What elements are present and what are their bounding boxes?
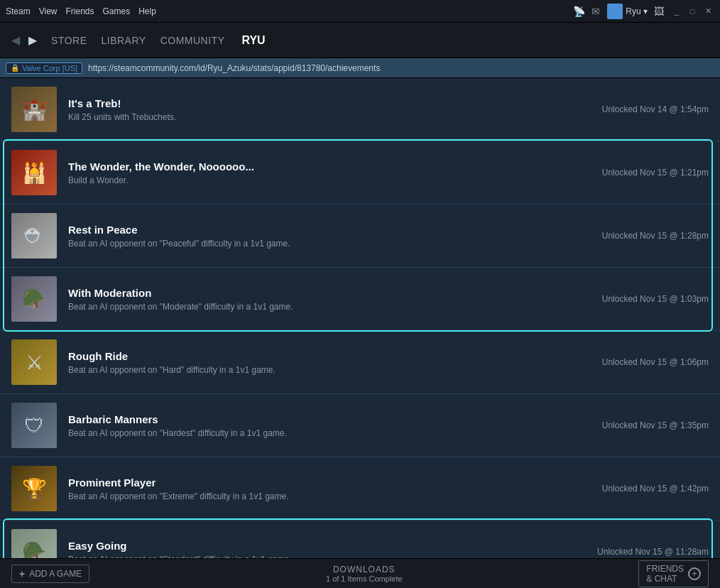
app-window: Steam View Friends Games Help 📡 ✉ Ryu ▾ …: [0, 0, 720, 588]
achievement-icon: 🪖: [11, 276, 57, 322]
add-game-button[interactable]: + ADD A GAME: [11, 565, 89, 583]
forward-arrow[interactable]: ▶: [26, 32, 40, 48]
achievement-unlock: Unlocked Nov 15 @ 1:06pm: [602, 357, 709, 367]
nav-community[interactable]: COMMUNITY: [160, 35, 225, 46]
achievement-info: Rest in Peace Beat an AI opponent on "Pe…: [68, 224, 591, 249]
achievement-desc: Build a Wonder.: [68, 175, 591, 185]
achievement-icon-symbol: 🪖: [11, 529, 57, 558]
achievement-row[interactable]: 🪖 With Moderation Beat an AI opponent on…: [0, 268, 720, 331]
achievement-title: Rest in Peace: [68, 224, 591, 236]
notification-icon[interactable]: ✉: [590, 6, 601, 17]
achievement-info: Rough Ride Beat an AI opponent on "Hard"…: [68, 350, 591, 375]
achievement-unlock: Unlocked Nov 15 @ 1:03pm: [602, 294, 709, 304]
nav-library[interactable]: LIBRARY: [101, 35, 146, 46]
achievement-desc: Beat an AI opponent on "Extreme" difficu…: [68, 491, 591, 501]
achievement-icon: 🏰: [11, 87, 57, 132]
achievement-icon: 🛡: [11, 403, 57, 448]
close-button[interactable]: ✕: [702, 5, 714, 18]
achievement-row[interactable]: 🕌 The Wonder, the Wonder, Noooooo... Bui…: [0, 141, 720, 205]
achievement-info: Prominent Player Beat an AI opponent on …: [68, 477, 591, 501]
achievement-info: With Moderation Beat an AI opponent on "…: [68, 287, 591, 312]
achievement-desc: Beat an AI opponent on "Peaceful" diffic…: [68, 239, 591, 249]
achievement-title: Easy Going: [68, 540, 586, 552]
bottom-bar: + ADD A GAME DOWNLOADS 1 of 1 Items Comp…: [0, 558, 720, 588]
achievement-unlock: Unlocked Nov 15 @ 1:42pm: [602, 484, 709, 494]
achievement-icon-symbol: 🪖: [11, 276, 57, 322]
downloads-status: 1 of 1 Items Complete: [326, 575, 403, 583]
achievement-unlock: Unlocked Nov 15 @ 11:28am: [597, 547, 709, 557]
achievement-icon: ⚔: [11, 339, 57, 385]
achievement-icon-symbol: ⛑: [11, 213, 57, 258]
achievement-icon: ⛑: [11, 213, 57, 258]
menu-view[interactable]: View: [39, 6, 58, 16]
achievement-desc: Beat an AI opponent on "Hard" difficulty…: [68, 365, 591, 375]
username-label: Ryu ▾: [626, 6, 648, 16]
achievement-row[interactable]: ⚔ Rough Ride Beat an AI opponent on "Har…: [0, 331, 720, 394]
nav-links: STORE LIBRARY COMMUNITY RYU: [51, 34, 266, 47]
achievement-row[interactable]: ⛑ Rest in Peace Beat an AI opponent on "…: [0, 205, 720, 268]
achievement-icon-symbol: 🏰: [11, 87, 57, 132]
broadcast-icon[interactable]: 📡: [573, 6, 584, 17]
achievement-info: Easy Going Beat an AI opponent on "Stand…: [68, 540, 586, 559]
achievement-icon: 🪖: [11, 529, 57, 558]
title-bar-menu: Steam View Friends Games Help: [6, 6, 156, 16]
achievement-desc: Kill 25 units with Trebuchets.: [68, 112, 591, 122]
chat-icon: +: [688, 567, 701, 580]
achievement-row[interactable]: 🏰 It's a Treb! Kill 25 units with Trebuc…: [0, 78, 720, 141]
achievement-title: Rough Ride: [68, 350, 591, 362]
achievement-row[interactable]: 🪖 Easy Going Beat an AI opponent on "Sta…: [0, 521, 720, 558]
achievement-icon-symbol: ⚔: [11, 339, 57, 385]
menu-help[interactable]: Help: [138, 6, 156, 16]
back-arrow[interactable]: ◀: [9, 32, 23, 48]
title-bar-left: Steam View Friends Games Help: [6, 6, 156, 16]
window-controls: _ □ ✕: [670, 5, 714, 18]
achievement-desc: Beat an AI opponent on "Hardest" difficu…: [68, 428, 591, 438]
achievement-title: The Wonder, the Wonder, Noooooo...: [68, 160, 591, 173]
nav-store[interactable]: STORE: [51, 35, 87, 46]
add-game-label: ADD A GAME: [29, 569, 82, 579]
main-content[interactable]: 🏰 It's a Treb! Kill 25 units with Trebuc…: [0, 78, 720, 558]
friends-chat-button[interactable]: FRIENDS& CHAT +: [638, 560, 709, 587]
minimize-button[interactable]: _: [670, 5, 683, 18]
nav-username[interactable]: RYU: [241, 34, 265, 47]
maximize-button[interactable]: □: [686, 5, 699, 18]
achievement-info: Barbaric Manners Beat an AI opponent on …: [68, 413, 591, 438]
achievement-icon: 🕌: [11, 150, 57, 195]
user-area[interactable]: Ryu ▾: [607, 4, 648, 19]
friends-chat-label: FRIENDS& CHAT: [646, 564, 684, 584]
achievement-info: The Wonder, the Wonder, Noooooo... Build…: [68, 160, 591, 185]
title-bar: Steam View Friends Games Help 📡 ✉ Ryu ▾ …: [0, 0, 720, 23]
achievement-title: Prominent Player: [68, 477, 591, 489]
achievement-title: With Moderation: [68, 287, 591, 299]
downloads-section: DOWNLOADS 1 of 1 Items Complete: [326, 565, 403, 583]
achievement-row[interactable]: 🛡 Barbaric Manners Beat an AI opponent o…: [0, 394, 720, 457]
achievement-title: Barbaric Manners: [68, 413, 591, 425]
achievement-unlock: Unlocked Nov 15 @ 1:21pm: [602, 168, 709, 178]
achievement-title: It's a Treb!: [68, 97, 591, 109]
nav-arrows: ◀ ▶: [9, 32, 40, 48]
achievement-unlock: Unlocked Nov 15 @ 1:35pm: [602, 420, 709, 430]
menu-friends[interactable]: Friends: [65, 6, 94, 16]
menu-steam[interactable]: Steam: [6, 6, 31, 16]
address-url[interactable]: https://steamcommunity.com/id/Ryu_Azuku/…: [88, 63, 714, 73]
achievement-icon: 🏆: [11, 466, 57, 511]
avatar: [607, 4, 623, 19]
address-bar: 🔒 Valve Corp [US] https://steamcommunity…: [0, 58, 720, 78]
downloads-title[interactable]: DOWNLOADS: [326, 565, 403, 575]
achievement-desc: Beat an AI opponent on "Moderate" diffic…: [68, 302, 591, 312]
lock-icon: 🔒: [11, 64, 19, 72]
achievement-icon-symbol: 🏆: [11, 466, 57, 511]
achievement-icon-symbol: 🛡: [11, 403, 57, 448]
security-label: Valve Corp [US]: [22, 64, 77, 72]
achievement-unlock: Unlocked Nov 14 @ 1:54pm: [602, 104, 709, 114]
achievement-info: It's a Treb! Kill 25 units with Trebuche…: [68, 97, 591, 122]
achievement-row[interactable]: 🏆 Prominent Player Beat an AI opponent o…: [0, 457, 720, 521]
achievement-unlock: Unlocked Nov 15 @ 1:28pm: [602, 231, 709, 241]
achievement-icon-symbol: 🕌: [11, 150, 57, 195]
nav-bar: ◀ ▶ STORE LIBRARY COMMUNITY RYU: [0, 23, 720, 58]
rows-wrapper: 🏰 It's a Treb! Kill 25 units with Trebuc…: [0, 78, 720, 558]
title-bar-right: 📡 ✉ Ryu ▾ 🖼 _ □ ✕: [573, 4, 714, 19]
menu-games[interactable]: Games: [103, 6, 131, 16]
screenshot-icon[interactable]: 🖼: [653, 6, 665, 17]
security-badge: 🔒 Valve Corp [US]: [6, 62, 82, 74]
